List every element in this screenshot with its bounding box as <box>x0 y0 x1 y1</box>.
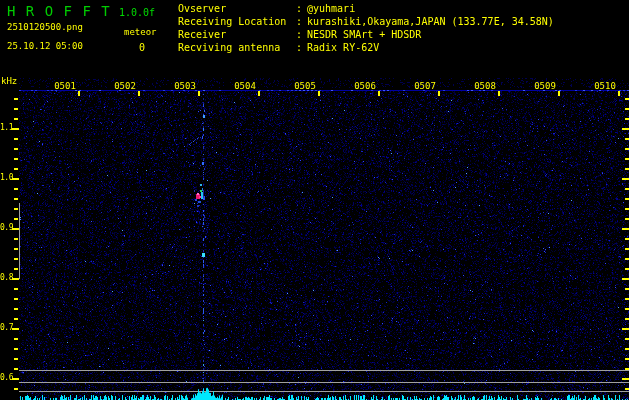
info-colon: : <box>296 15 307 28</box>
app-title: H R O F F T <box>7 4 111 19</box>
info-row-3: Recviving antenna:Radix RY-62V <box>178 41 554 54</box>
x-axis-label-0503: 0503 <box>172 81 198 91</box>
spectrogram-canvas <box>0 0 629 400</box>
info-value: @yuhmari <box>307 2 355 15</box>
y-axis-label-0.8: 0.8 <box>0 273 13 282</box>
x-axis-label-0508: 0508 <box>472 81 498 91</box>
info-label: Recviving antenna <box>178 41 296 54</box>
info-value: Radix RY-62V <box>307 41 379 54</box>
x-axis-label-0502: 0502 <box>112 81 138 91</box>
app-version: 1.0.0f <box>119 7 155 18</box>
info-label: Ovserver <box>178 2 296 15</box>
x-axis-label-0506: 0506 <box>352 81 378 91</box>
info-row-1: Receiving Location:kurashiki,Okayama,JAP… <box>178 15 554 28</box>
x-axis-label-0510: 0510 <box>592 81 618 91</box>
hrofft-output: H R O F F T 1.0.0f 2510120500.png 25.10.… <box>0 0 629 400</box>
meteor-counter-value: 0 <box>139 42 145 53</box>
info-colon: : <box>296 41 307 54</box>
y-axis-label-1.0: 1.0 <box>0 173 13 182</box>
x-axis-label-0501: 0501 <box>52 81 78 91</box>
info-colon: : <box>296 2 307 15</box>
station-info-block: Ovserver:@yuhmariReceiving Location:kura… <box>178 2 554 54</box>
info-value: kurashiki,Okayama,JAPAN (133.77E, 34.58N… <box>307 15 554 28</box>
capture-datetime: 25.10.12 05:00 <box>7 41 83 51</box>
freq-axis-unit-label: kHz <box>1 76 17 86</box>
x-axis-label-0507: 0507 <box>412 81 438 91</box>
info-colon: : <box>296 28 307 41</box>
output-filename: 2510120500.png <box>7 22 83 32</box>
y-axis-label-0.9: 0.9 <box>0 223 13 232</box>
x-axis-label-0504: 0504 <box>232 81 258 91</box>
info-value: NESDR SMArt + HDSDR <box>307 28 421 41</box>
y-axis-label-0.6: 0.6 <box>0 373 13 382</box>
info-row-2: Receiver:NESDR SMArt + HDSDR <box>178 28 554 41</box>
info-row-0: Ovserver:@yuhmari <box>178 2 554 15</box>
x-axis-label-0505: 0505 <box>292 81 318 91</box>
y-axis-label-1.1: 1.1 <box>0 123 13 132</box>
x-axis-label-0509: 0509 <box>532 81 558 91</box>
meteor-counter-label: meteor <box>124 27 157 37</box>
info-label: Receiving Location <box>178 15 296 28</box>
y-axis-label-0.7: 0.7 <box>0 323 13 332</box>
info-label: Receiver <box>178 28 296 41</box>
